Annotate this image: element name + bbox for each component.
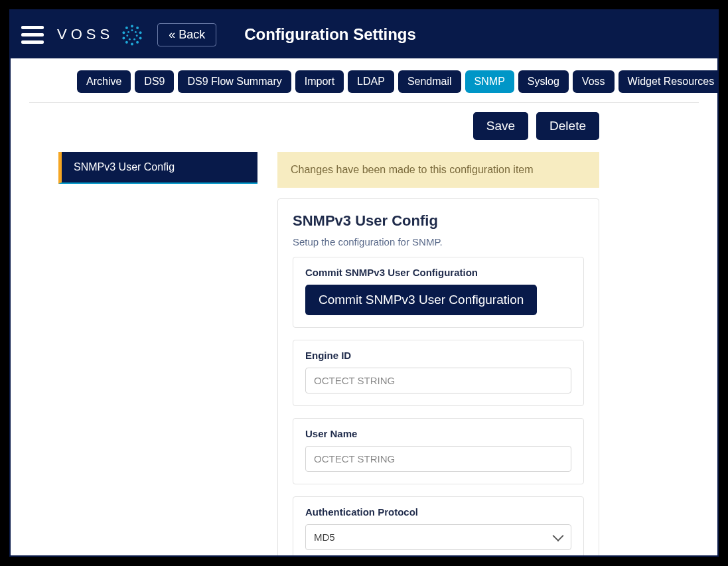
- topbar: VOSS « Back Configuration Settings: [11, 11, 717, 58]
- tab-voss[interactable]: Voss: [573, 70, 615, 93]
- svg-point-0: [131, 25, 133, 27]
- user-name-input[interactable]: [305, 446, 571, 472]
- commit-button[interactable]: Commit SNMPv3 User Configuration: [305, 285, 537, 315]
- svg-point-1: [136, 27, 139, 29]
- brand-logo[interactable]: VOSS: [57, 23, 144, 46]
- divider: [29, 102, 699, 103]
- panel-title: SNMPv3 User Config: [293, 212, 584, 230]
- tab-archive[interactable]: Archive: [77, 70, 131, 93]
- svg-point-12: [136, 35, 138, 36]
- side-nav: SNMPv3 User Config: [58, 152, 257, 555]
- svg-point-14: [129, 38, 131, 40]
- svg-point-9: [125, 27, 128, 29]
- svg-point-3: [139, 36, 142, 39]
- tab-import[interactable]: Import: [295, 70, 344, 93]
- panel-description: Setup the configuration for SNMP.: [293, 236, 584, 248]
- tab-sendmail[interactable]: Sendmail: [398, 70, 461, 93]
- svg-point-6: [125, 41, 128, 44]
- auth-protocol-card: Authentication Protocol MD5: [293, 496, 584, 555]
- tab-row: Archive DS9 DS9 Flow Summary Import LDAP…: [29, 58, 699, 102]
- svg-point-15: [127, 35, 129, 36]
- tab-snmp[interactable]: SNMP: [465, 70, 514, 93]
- commit-card: Commit SNMPv3 User Configuration Commit …: [293, 257, 584, 328]
- user-name-label: User Name: [305, 428, 571, 439]
- brand-swirl-icon: [120, 23, 144, 46]
- config-panel: SNMPv3 User Config Setup the configurati…: [277, 198, 599, 555]
- tab-ds9[interactable]: DS9: [135, 70, 174, 93]
- page-title: Configuration Settings: [244, 25, 416, 44]
- tab-widget-resources[interactable]: Widget Resources: [619, 70, 717, 93]
- svg-point-7: [123, 36, 125, 39]
- svg-point-16: [127, 31, 129, 33]
- back-button[interactable]: « Back: [157, 23, 216, 46]
- user-name-card: User Name: [293, 418, 584, 484]
- svg-point-4: [136, 41, 139, 44]
- commit-label: Commit SNMPv3 User Configuration: [305, 267, 571, 278]
- svg-point-8: [123, 31, 125, 34]
- delete-button[interactable]: Delete: [536, 112, 599, 140]
- auth-protocol-select[interactable]: MD5: [305, 524, 571, 550]
- svg-point-13: [133, 38, 135, 40]
- svg-point-11: [135, 31, 137, 33]
- brand-text: VOSS: [57, 26, 113, 43]
- svg-point-10: [131, 29, 133, 31]
- sidebar-item-label: SNMPv3 User Config: [74, 161, 175, 173]
- tab-syslog[interactable]: Syslog: [518, 70, 569, 93]
- tab-ds9-flow-summary[interactable]: DS9 Flow Summary: [178, 70, 291, 93]
- hamburger-menu-icon[interactable]: [21, 23, 44, 46]
- auth-protocol-select-wrap: MD5: [305, 524, 571, 550]
- alert-changes-made: Changes have been made to this configura…: [277, 152, 599, 188]
- engine-id-card: Engine ID: [293, 340, 584, 406]
- action-row: Save Delete: [29, 112, 699, 140]
- engine-id-label: Engine ID: [305, 350, 571, 361]
- save-button[interactable]: Save: [473, 112, 528, 140]
- sidebar-item-snmpv3-user-config[interactable]: SNMPv3 User Config: [58, 152, 257, 184]
- svg-point-5: [131, 42, 133, 45]
- auth-protocol-label: Authentication Protocol: [305, 506, 571, 518]
- tab-ldap[interactable]: LDAP: [348, 70, 394, 93]
- svg-point-2: [139, 31, 142, 34]
- engine-id-input[interactable]: [305, 368, 571, 393]
